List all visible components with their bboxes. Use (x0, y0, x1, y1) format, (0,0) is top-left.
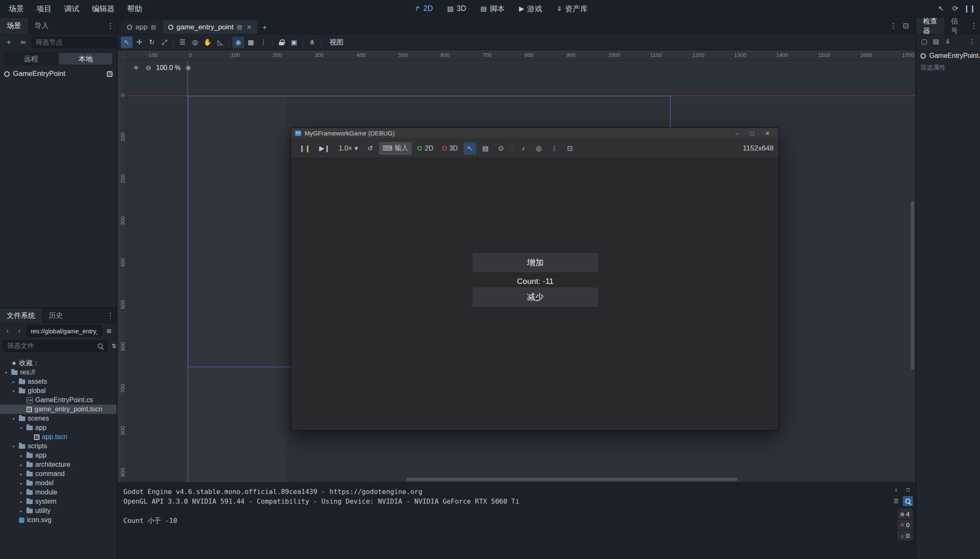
center-view-icon[interactable]: ✳ (131, 63, 141, 73)
lock-button[interactable] (276, 36, 287, 48)
group-button[interactable]: ▣ (288, 36, 300, 48)
add-node-button[interactable]: + (3, 36, 15, 49)
file-tree-item[interactable]: game_entry_point.tscn (0, 405, 117, 414)
scene-tabs-menu-icon[interactable]: ⋮ (887, 20, 899, 32)
menubar-menu[interactable]: 编辑器 (86, 0, 121, 17)
inspected-node-row[interactable]: GameEntryPoint... (916, 49, 980, 61)
copy-log-icon[interactable]: ❐ (903, 484, 913, 494)
maximize-icon[interactable]: □ (745, 128, 760, 138)
resource-save-icon[interactable]: ⇓ (942, 36, 953, 47)
speed-select[interactable]: 1.0×▾ (336, 142, 361, 155)
zoom-level[interactable]: 100.0 % (156, 64, 181, 72)
expand-arrow-icon[interactable]: ▾ (18, 426, 24, 430)
tab-node[interactable]: 信号 (944, 18, 967, 34)
error-count-badge[interactable]: ⊗0 (897, 520, 913, 530)
workspace-script[interactable]: ▤脚本 (473, 0, 512, 17)
expand-arrow-icon[interactable]: ▸ (18, 463, 24, 467)
menubar-menu[interactable]: 项目 (30, 0, 58, 17)
workspace-game[interactable]: ▶游戏 (512, 0, 549, 17)
expand-arrow-icon[interactable]: ▸ (18, 481, 24, 486)
file-tree-item[interactable]: ▾scripts (0, 442, 117, 451)
save-log-icon[interactable]: ⇓ (891, 484, 901, 494)
expand-arrow-icon[interactable]: ▾ (11, 416, 16, 421)
file-tree-item[interactable]: app.tscn (0, 432, 117, 442)
open-script-icon[interactable] (107, 71, 112, 77)
close-icon[interactable]: ✕ (760, 128, 775, 138)
nav-back-icon[interactable]: ‹ (3, 326, 13, 336)
view-menu-button[interactable]: 视图 (324, 36, 349, 48)
expand-arrow-icon[interactable]: ▸ (18, 509, 24, 513)
zoom-in-icon[interactable]: ⊕ (183, 63, 193, 73)
expand-arrow-icon[interactable]: ▸ (18, 472, 24, 476)
select-mode[interactable]: ↖ (464, 142, 476, 155)
select-list-mode[interactable]: ▤ (479, 142, 492, 155)
warning-count-badge[interactable]: ⚠0 (897, 530, 913, 541)
split-view-icon[interactable]: ⊞ (104, 326, 114, 336)
mouse-pointer-icon[interactable]: ↖ (935, 3, 947, 15)
expand-arrow-icon[interactable]: ▸ (11, 380, 16, 384)
mode-2d[interactable]: 2D (414, 142, 436, 155)
expand-arrow-icon[interactable]: ▾ (3, 370, 9, 375)
file-tree-item[interactable]: ▸system (0, 497, 117, 506)
file-tree-item[interactable]: ▸model (0, 478, 117, 488)
instance-scene-button[interactable]: ∞ (17, 36, 29, 49)
file-tree-item[interactable]: ▸command (0, 469, 117, 478)
scene-tree-root-node[interactable]: GameEntryPoint (0, 67, 117, 81)
workspace-2d[interactable]: ↱2D (408, 0, 440, 17)
scale-tool[interactable]: ⤢ (159, 36, 170, 48)
pan-tool[interactable]: ✋ (202, 36, 214, 48)
resource-load-icon[interactable]: ▤ (930, 36, 941, 47)
file-tree-item[interactable]: icon.svg (0, 515, 117, 525)
nav-forward-icon[interactable]: › (14, 326, 24, 336)
pivot-tool[interactable]: ◎ (189, 36, 201, 48)
file-tree-item[interactable]: ▸app (0, 451, 117, 460)
search-log-icon[interactable] (903, 496, 913, 506)
visibility-icon[interactable]: ⊙ (495, 142, 507, 155)
scene-tab[interactable]: game_entry_point▤✕ (163, 20, 257, 34)
file-tree-item[interactable]: ▾global (0, 386, 117, 395)
file-tree-item[interactable]: C#GameEntryPoint.cs (0, 395, 117, 405)
reload-icon[interactable]: ⟳ (949, 3, 962, 15)
workspace-3d[interactable]: ▧3D (440, 0, 473, 17)
menu-dots[interactable]: ⋮ (548, 142, 560, 155)
file-tree-item[interactable]: ▾scenes (0, 414, 117, 423)
fullscreen-icon[interactable]: ⊡ (563, 142, 576, 155)
rotate-tool[interactable]: ↻ (146, 36, 158, 48)
local-tab[interactable]: 本地 (59, 53, 112, 65)
expand-arrow-icon[interactable]: ▾ (11, 444, 16, 449)
audio-toggle[interactable]: ♪ (517, 142, 529, 155)
increase-button[interactable]: 增加 (473, 253, 598, 272)
close-icon[interactable]: ✕ (247, 24, 252, 31)
skeleton-options[interactable]: ⋔ (306, 36, 318, 48)
zoom-out-icon[interactable]: ⊖ (143, 63, 154, 73)
snap-options-menu[interactable]: ⋮ (258, 36, 269, 48)
menubar-menu[interactable]: 帮助 (121, 0, 149, 17)
workspace-assetlib[interactable]: ⇓资产库 (550, 0, 595, 17)
file-tree-item[interactable]: ▾app (0, 423, 117, 432)
game-window-titlebar[interactable]: MyGFrameworkGame (DEBUG) – □ ✕ (291, 128, 779, 139)
filesystem-menu-icon[interactable]: ⋮ (104, 309, 117, 322)
select-tool[interactable]: ↖ (121, 36, 133, 48)
camera-override-icon[interactable]: ◎ (532, 142, 545, 155)
input-toggle[interactable]: ⌨输入 (379, 142, 412, 155)
list-select-tool[interactable]: ☰ (177, 36, 188, 48)
path-input[interactable] (30, 327, 99, 335)
new-scene-tab-button[interactable]: + (258, 21, 271, 34)
file-tree-item[interactable]: ▸module (0, 488, 117, 497)
horizontal-scrollbar[interactable] (406, 478, 738, 481)
move-tool[interactable]: ✛ (133, 36, 145, 48)
tab-filesystem[interactable]: 文件系统 (0, 308, 42, 323)
scene-tab[interactable]: app▤ (122, 20, 162, 34)
log-filter-icon[interactable]: ☰ (891, 496, 901, 506)
restart-icon[interactable]: ↺ (364, 142, 376, 155)
scene-dock-menu-icon[interactable]: ⋮ (104, 20, 117, 32)
grid-snap-toggle[interactable]: ▦ (245, 36, 257, 48)
expand-arrow-icon[interactable]: ▸ (18, 490, 24, 495)
remote-tab[interactable]: 远程 (4, 53, 58, 65)
tab-import[interactable]: 导入 (28, 18, 55, 34)
ruler-tool[interactable]: ◺ (214, 36, 226, 48)
menubar-menu[interactable]: 场景 (3, 0, 30, 17)
tab-scene[interactable]: 场景 (0, 18, 28, 34)
smart-snap-toggle[interactable]: ◉ (232, 36, 244, 48)
minimize-icon[interactable]: – (730, 128, 745, 138)
